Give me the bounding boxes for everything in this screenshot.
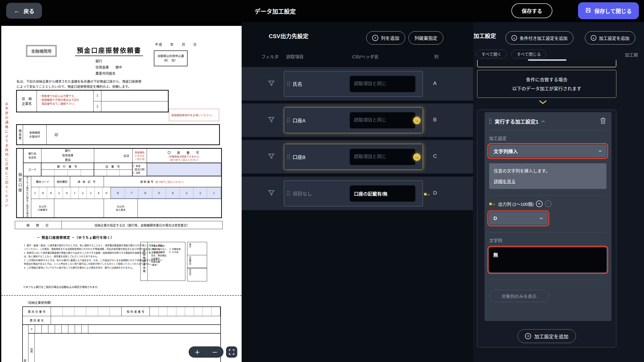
csv-header-input[interactable] — [350, 76, 415, 92]
app: ← 戻る データ加工設定 保存する 保存して閉じる 平成 年 月 日 金融機関用… — [0, 0, 644, 362]
show-target-columns-button[interactable]: 対象列のみを表示 — [489, 290, 549, 302]
processing-order-label: 加工順 — [625, 51, 638, 58]
payee-row2-num: 2 — [94, 101, 101, 112]
book-number-note: （右づめでご記入ください） — [153, 180, 185, 184]
seal-label: 金融機関 お届出印 — [23, 125, 47, 144]
fullscreen-icon — [229, 349, 234, 355]
csv-header-input[interactable] — [350, 112, 415, 129]
payee-name-label: 払込先 加入者名 — [104, 199, 138, 217]
add-processing-label-bottom: 加工設定を追加 — [534, 333, 568, 340]
drag-handle-icon[interactable] — [489, 119, 492, 124]
digit-cell: 6 — [47, 187, 55, 199]
seal-mark: 印 — [47, 125, 66, 144]
drag-handle-icon[interactable] — [287, 155, 290, 159]
account-types: 1. 普通 （総合口座） 2. 当座 — [133, 163, 147, 176]
back-button[interactable]: ← 戻る — [6, 3, 42, 19]
bank-use-label: 金融機関使用欄 — [140, 242, 147, 281]
drag-handle-icon[interactable] — [287, 82, 290, 86]
conditional-group-card: 実行する加工設定1 加工設定 文字列挿入 — [477, 110, 616, 348]
chevron-down-icon — [539, 100, 547, 105]
item-code-header: 種目コード — [31, 176, 54, 187]
add-processing-button-top[interactable]: + 加工設定を追加 — [585, 31, 635, 45]
drag-handle-icon[interactable] — [287, 118, 290, 123]
add-column-button[interactable]: + 列を追加 — [366, 31, 405, 45]
csv-row-card[interactable]: 項目なし — [284, 180, 423, 206]
add-conditional-processing-button[interactable]: + 条件付き加工設定を追加 — [506, 31, 573, 45]
column-header-column: 列 — [434, 53, 438, 60]
doc-bank-lines: 銀行 信用金庫 御中 農業共同組合 — [95, 58, 122, 77]
address-label: 住所 — [28, 334, 35, 362]
remove-output-column-icon[interactable]: − — [545, 200, 552, 207]
filter-icon[interactable] — [268, 189, 275, 198]
zoom-out-button[interactable]: − — [206, 346, 224, 358]
filter-icon[interactable] — [268, 153, 275, 161]
digit-cell: 6 — [39, 187, 47, 199]
processing-type-select[interactable]: 文字列挿入 — [489, 145, 606, 157]
book-number-header: 通 帳 番 号 — [140, 180, 153, 184]
doc-payee-table: 収 納 企業名 ・預金者での記入は不要です。 ・金融機関で不明の場合は下記の 電… — [16, 90, 169, 112]
filter-icon[interactable] — [268, 116, 275, 124]
bank-type-3: 農協 — [65, 158, 71, 163]
account-number-note2: （右づめでご記入ください） — [168, 158, 200, 162]
column-header-filter: フィルタ — [261, 53, 279, 60]
fullscreen-button[interactable] — [226, 346, 237, 358]
digit-cell-hl: 3 — [180, 188, 194, 198]
digit-cell-hl: 8 — [111, 188, 125, 198]
doc-rules-title: − 預金口座振替規定 −（ゆうちょ銀行を除く） — [37, 235, 114, 240]
csv-row-card-selected[interactable]: 口座A → — [284, 107, 423, 133]
doc-stamp-note: 金融機関使用印をお使いください。 — [169, 109, 219, 121]
open-all-button[interactable]: すべて開く — [476, 50, 507, 58]
csv-row: 項目なし → D — [242, 177, 473, 210]
digit-cell-hl: 2 — [194, 188, 207, 198]
processing-panel: 加工設定 + 条件付き加工設定を追加 + 加工設定を追加 すべて開く すべて閉じ… — [473, 22, 644, 362]
save-close-button[interactable]: 保存して閉じる — [578, 2, 639, 19]
doc-zoom-controls: + − — [189, 346, 223, 358]
output-column-select[interactable]: D — [489, 212, 548, 225]
add-column-label: 列を追加 — [381, 35, 399, 41]
add-output-column-icon[interactable]: + — [536, 200, 543, 207]
zoom-in-button[interactable]: + — [189, 346, 206, 358]
digit-cell: 0 — [103, 187, 111, 199]
csv-header-input[interactable] — [350, 149, 415, 165]
account-label: 指定口座 — [17, 149, 24, 217]
stamp-seal-match: 印鑑照合 — [188, 256, 191, 267]
digit-cell-hl: 5 — [152, 188, 166, 198]
bank-number-header: 銀 行 番 号 — [41, 163, 94, 170]
save-label: 保存する — [522, 7, 542, 15]
close-all-button[interactable]: すべて閉じる — [511, 50, 546, 58]
drag-handle-icon[interactable] — [287, 191, 290, 196]
depositor-label: 預金者 — [17, 125, 23, 144]
string-input[interactable]: 無 — [489, 248, 606, 272]
row-label: 口座A — [293, 117, 350, 124]
save-button[interactable]: 保存する — [511, 3, 552, 18]
condition-line2: 以下のデータ加工が実行されます — [512, 85, 581, 92]
filter-icon[interactable] — [268, 80, 275, 88]
csv-row-card[interactable]: 氏名 — [284, 71, 423, 97]
digit-cell-hl: 6 — [138, 188, 152, 198]
collapse-chevron-icon[interactable] — [541, 119, 545, 124]
csv-output-panel: CSV出力先設定 + 列を追加 列破棄指定 フィルタ 読取項目 CSVヘッダ名 … — [242, 22, 473, 362]
doc-yucho-note: ※ゆうちょ銀行をご指定の場合は自動払込み規定が適用されます。 — [23, 285, 100, 289]
doc-title: 預金口座振替依頼書 — [75, 45, 143, 56]
csv-header-input[interactable] — [350, 185, 415, 202]
digit-cell-hl: 7 — [125, 188, 139, 198]
csv-row-card-selected[interactable]: 口座B → — [284, 144, 423, 170]
column-header-item: 読取項目 — [286, 53, 304, 60]
processing-panel-title: 加工設定 — [474, 31, 496, 39]
back-arrow-icon: ← — [14, 7, 20, 14]
add-processing-label-top: 加工設定を追加 — [599, 35, 629, 41]
account-number-label: 口 座 番 号 — [167, 150, 201, 155]
payee-account-label: 払込先 口座番号 — [31, 199, 54, 217]
add-processing-button-bottom[interactable]: + 加工設定を追加 — [518, 329, 576, 343]
branch-label: 支店 — [94, 149, 133, 163]
discard-column-button[interactable]: 列破棄指定 — [409, 31, 443, 45]
column-letter: B — [433, 116, 437, 123]
branch-number-header: 店 番 号 — [94, 163, 132, 170]
csv-panel-title: CSV出力先設定 — [269, 31, 308, 40]
stamp-received: 受付印 — [188, 269, 191, 280]
doc-apply-box: 自動振込利用申込書 収） 加） — [154, 50, 188, 66]
digit-cell: 4 — [95, 187, 103, 199]
trash-icon[interactable] — [600, 117, 606, 125]
code-label: コード — [24, 163, 41, 176]
details-link[interactable]: 詳細を見る — [494, 178, 516, 184]
